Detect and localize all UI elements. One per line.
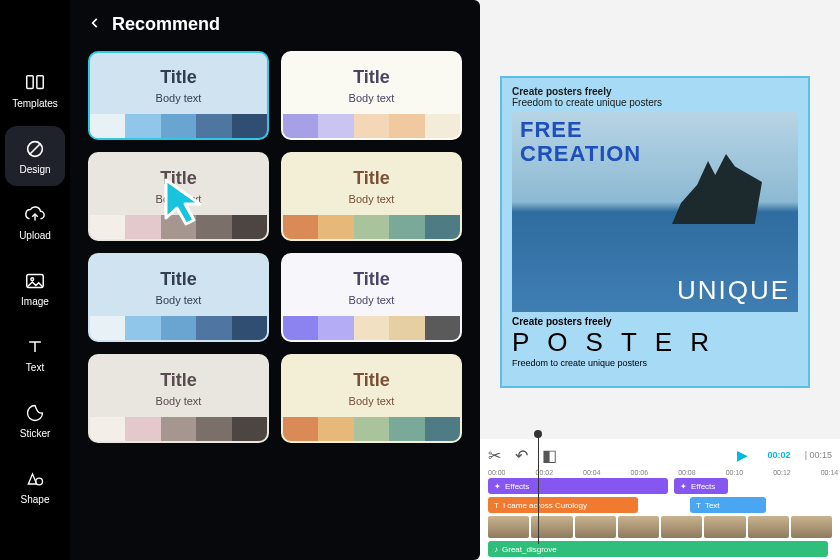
track-effects[interactable]: ✦ Effects (488, 478, 668, 494)
sidebar-label: Design (19, 164, 50, 175)
poster-bottom-line2: Freedom to create unique posters (512, 358, 798, 368)
panel-title: Recommend (112, 14, 220, 35)
svg-rect-1 (37, 75, 43, 88)
card-title: Title (353, 168, 390, 189)
card-swatches (90, 417, 267, 441)
left-rail: Templates Design Upload Image Text Stick… (0, 0, 70, 560)
sidebar-item-text[interactable]: Text (5, 324, 65, 384)
poster-big-word: POSTER (512, 327, 798, 358)
palette-card[interactable]: Title Body text (281, 253, 462, 342)
card-swatches (90, 114, 267, 138)
design-icon (24, 138, 46, 160)
palette-card[interactable]: Title Body text (281, 51, 462, 140)
sidebar-label: Image (21, 296, 49, 307)
shape-icon (24, 468, 46, 490)
card-swatches (90, 316, 267, 340)
card-swatches (283, 316, 460, 340)
track-audio[interactable]: ♪ Great_disgrove (488, 541, 828, 557)
sidebar-label: Text (26, 362, 44, 373)
card-title: Title (353, 370, 390, 391)
card-body: Body text (156, 395, 202, 407)
palette-card[interactable]: Title Body text (88, 51, 269, 140)
design-panel: Recommend Title Body text Title Body tex… (70, 0, 480, 560)
timeline-current: 00:02 (768, 450, 791, 460)
card-body: Body text (349, 193, 395, 205)
sidebar-label: Templates (12, 98, 58, 109)
sidebar-item-shape[interactable]: Shape (5, 456, 65, 516)
svg-point-4 (31, 277, 34, 280)
play-icon[interactable]: ▶ (737, 447, 748, 463)
card-title: Title (160, 370, 197, 391)
palette-card[interactable]: Title Body text (88, 253, 269, 342)
poster-top-line1: Create posters freely (512, 86, 798, 97)
sidebar-label: Sticker (20, 428, 51, 439)
card-body: Body text (349, 92, 395, 104)
sidebar-item-upload[interactable]: Upload (5, 192, 65, 252)
sticker-icon (24, 402, 46, 424)
card-swatches (283, 215, 460, 239)
card-body: Body text (349, 294, 395, 306)
card-title: Title (160, 269, 197, 290)
poster-unique: UNIQUE (677, 275, 790, 306)
video-clips-track[interactable] (488, 516, 832, 538)
card-title: Title (353, 269, 390, 290)
svg-rect-0 (27, 75, 33, 88)
split-icon[interactable]: ◧ (542, 446, 557, 465)
upload-icon (24, 204, 46, 226)
card-body: Body text (156, 294, 202, 306)
svg-point-5 (36, 478, 43, 485)
timeline-total: | 00:15 (805, 450, 832, 460)
card-title: Title (160, 168, 197, 189)
playhead[interactable] (538, 434, 539, 544)
timeline-panel: ✂ ↶ ◧ ▶ 00:02 | 00:15 00:0000:0200:0400:… (480, 439, 840, 560)
templates-icon (24, 72, 46, 94)
sidebar-label: Shape (21, 494, 50, 505)
track-effects[interactable]: ✦ Effects (674, 478, 728, 494)
palette-card[interactable]: Title Body text (281, 354, 462, 443)
undo-icon[interactable]: ↶ (515, 446, 528, 465)
template-grid: Title Body text Title Body text Title Bo… (88, 51, 462, 443)
palette-card[interactable]: Title Body text (88, 152, 269, 241)
sidebar-label: Upload (19, 230, 51, 241)
palette-card[interactable]: Title Body text (88, 354, 269, 443)
card-swatches (90, 215, 267, 239)
card-body: Body text (156, 193, 202, 205)
sidebar-item-design[interactable]: Design (5, 126, 65, 186)
card-swatches (283, 114, 460, 138)
card-body: Body text (349, 395, 395, 407)
text-icon (24, 336, 46, 358)
card-title: Title (160, 67, 197, 88)
poster-hero-image: FREECREATION UNIQUE (512, 112, 798, 312)
back-icon[interactable] (88, 14, 102, 35)
poster-headline: FREECREATION (520, 118, 641, 166)
palette-card[interactable]: Title Body text (281, 152, 462, 241)
track-text[interactable]: T I came across Curology (488, 497, 638, 513)
sidebar-item-sticker[interactable]: Sticker (5, 390, 65, 450)
poster-top-line2: Freedom to create unique posters (512, 97, 798, 108)
card-body: Body text (156, 92, 202, 104)
poster-bottom-line1: Create posters freely (512, 316, 798, 327)
sidebar-item-templates[interactable]: Templates (5, 60, 65, 120)
timeline-ruler[interactable]: 00:0000:0200:0400:0600:0800:1000:1200:14… (488, 469, 832, 476)
poster-canvas[interactable]: Create posters freely Freedom to create … (500, 76, 810, 388)
card-title: Title (353, 67, 390, 88)
track-text[interactable]: T Text (690, 497, 766, 513)
sidebar-item-image[interactable]: Image (5, 258, 65, 318)
card-swatches (283, 417, 460, 441)
cut-icon[interactable]: ✂ (488, 446, 501, 465)
image-icon (24, 270, 46, 292)
